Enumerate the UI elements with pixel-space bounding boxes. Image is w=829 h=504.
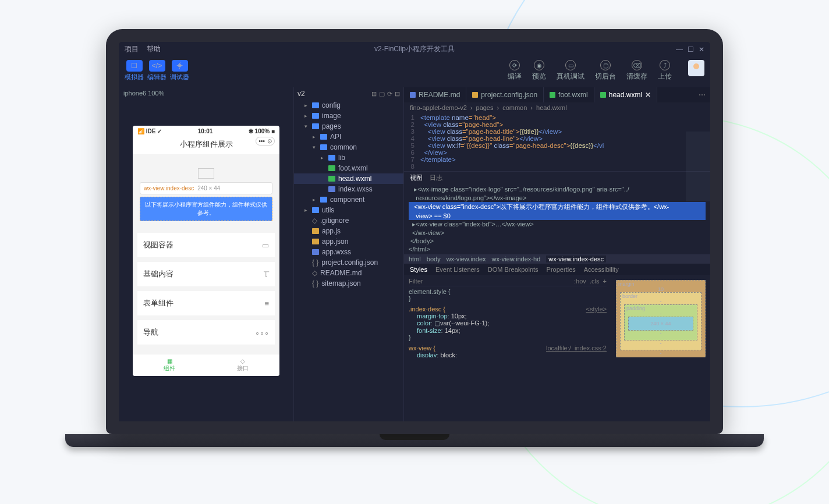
devtools-subtab-props[interactable]: Properties [547,266,576,273]
styles-pane[interactable]: Filter :hov .cls + element.style {} <sty… [404,275,611,357]
window-minimize-icon[interactable]: — [676,45,683,54]
devtools-subtab-listeners[interactable]: Event Listeners [435,266,480,273]
phone-page-title: 小程序组件展示 [180,140,233,148]
action-clearcache[interactable]: ⌫清缓存 [626,60,647,81]
dom-breadcrumb[interactable]: html body wx-view.index wx-view.index-hd… [404,254,710,264]
devtools-tab-log[interactable]: 日志 [430,173,442,182]
action-realdevice[interactable]: ▭真机调试 [557,60,584,81]
tree-folder[interactable]: ▸image [294,111,403,121]
menu-project[interactable]: 项目 [125,44,139,54]
window-maximize-icon[interactable]: ☐ [688,45,694,54]
editor-tabs: README.md project.config.json foot.wxml … [404,87,710,102]
refresh-icon[interactable]: ⟳ [387,90,392,98]
menubar: 项目 帮助 v2-FinClip小程序开发工具 — ☐ ✕ [119,42,710,56]
tree-folder[interactable]: ▾common [294,142,403,152]
close-tab-icon[interactable]: ✕ [645,91,651,99]
devtools-tab-view[interactable]: 视图 [410,173,423,182]
user-avatar[interactable] [688,60,704,76]
tree-folder[interactable]: ▸config [294,100,403,111]
list-item[interactable]: 视图容器▭ [137,233,275,257]
tree-file[interactable]: ◇.gitignore [294,215,403,226]
file-explorer: v2 ⊞ ▢ ⟳ ⊟ ▸config ▸image ▾pages ▸API [293,87,404,421]
phone-status-right: ✱ 100% ■ [249,128,275,134]
highlighted-element[interactable]: 以下将展示小程序官方组件能力，组件样式仅供参考。 [140,197,272,221]
action-preview[interactable]: ◉预览 [532,60,546,81]
menu-help[interactable]: 帮助 [147,44,161,54]
minimap[interactable] [686,132,710,201]
explorer-root[interactable]: v2 [297,90,305,98]
box-model: margin10 border- padding- 240 × 44 - - - [611,275,710,357]
tree-file[interactable]: ◇README.md [294,268,403,278]
tree-file[interactable]: app.json [294,236,403,247]
action-upload[interactable]: ⤴上传 [658,60,672,81]
laptop-frame: 项目 帮助 v2-FinClip小程序开发工具 — ☐ ✕ ☐模拟器 </>编辑… [106,29,723,447]
tree-folder[interactable]: ▸component [294,194,403,205]
tabbar-api[interactable]: ◇接口 [206,354,279,376]
code-editor[interactable]: 1<template name="head"> 2 <view class="p… [404,113,710,171]
dom-tree[interactable]: ▸<wx-image class="index-logo" src="../re… [404,184,710,254]
editor-tab-active[interactable]: head.wxml✕ [594,87,657,102]
list-item[interactable]: 表单组件≡ [137,291,275,315]
tree-file[interactable]: { }project.config.json [294,257,403,268]
devtools-subtab-dombp[interactable]: DOM Breakpoints [488,266,539,273]
tree-folder[interactable]: ▸utils [294,205,403,215]
phone-preview: 📶 IDE ✓ 10:01 ✱ 100% ■ 小程序组件展示 •••⊙ wx-v… [133,126,279,376]
styles-filter[interactable]: Filter [409,278,423,285]
toolbar: ☐模拟器 </>编辑器 ⸎调试器 ⟳编译 ◉预览 ▭真机调试 ▢切后台 ⌫清缓存… [119,56,710,87]
editor-tab[interactable]: foot.wxml [544,87,594,102]
list-item[interactable]: 导航∘∘∘ [137,320,275,345]
tooltab-simulator[interactable]: ☐模拟器 [125,60,144,81]
devtools: 视图 日志 ▸<wx-image class="index-logo" src=… [404,171,710,357]
tree-folder[interactable]: ▾pages [294,121,403,132]
tree-file[interactable]: { }sitemap.json [294,278,403,289]
tooltab-editor[interactable]: </>编辑器 [147,60,166,81]
new-file-icon[interactable]: ⊞ [371,90,377,98]
devtools-subtab-styles[interactable]: Styles [410,266,427,273]
ide-window: 项目 帮助 v2-FinClip小程序开发工具 — ☐ ✕ ☐模拟器 </>编辑… [119,42,710,421]
action-compile[interactable]: ⟳编译 [508,60,522,81]
phone-status-left: 📶 IDE ✓ [137,128,162,134]
window-title: v2-FinClip小程序开发工具 [374,44,455,54]
tabbar-component[interactable]: ▦组件 [133,354,206,376]
tooltab-debugger[interactable]: ⸎调试器 [170,60,189,81]
tree-folder[interactable]: ▸API [294,132,403,142]
editor-more-icon[interactable]: ⋯ [694,91,710,99]
logo-placeholder-icon [198,168,214,179]
action-background[interactable]: ▢切后台 [595,60,616,81]
new-folder-icon[interactable]: ▢ [379,90,385,98]
list-item[interactable]: 基础内容𝕋 [137,262,275,286]
collapse-icon[interactable]: ⊟ [395,90,400,98]
devtools-subtab-a11y[interactable]: Accessibility [584,266,619,273]
breadcrumb: fino-applet-demo-v2› pages› common› head… [404,102,710,113]
editor-tab[interactable]: project.config.json [466,87,544,102]
tree-file[interactable]: foot.wxml [294,163,403,173]
editor-tab[interactable]: README.md [404,87,466,102]
capsule-menu[interactable]: •••⊙ [256,137,275,145]
inspect-tooltip: wx-view.index-desc 240 × 44 [140,182,272,194]
simulator-panel: iphone6 100% 📶 IDE ✓ 10:01 ✱ 100% ■ 小程序组… [119,87,293,421]
tree-folder[interactable]: ▸lib [294,152,403,163]
editor-panel: README.md project.config.json foot.wxml … [404,87,710,421]
phone-status-time: 10:01 [198,128,213,134]
tree-file-active[interactable]: head.wxml [294,173,403,184]
simulator-device-label: iphone6 100% [119,87,293,99]
tree-file[interactable]: app.wxss [294,247,403,257]
tree-file[interactable]: index.wxss [294,184,403,194]
window-close-icon[interactable]: ✕ [699,45,704,54]
tree-file[interactable]: app.js [294,226,403,236]
